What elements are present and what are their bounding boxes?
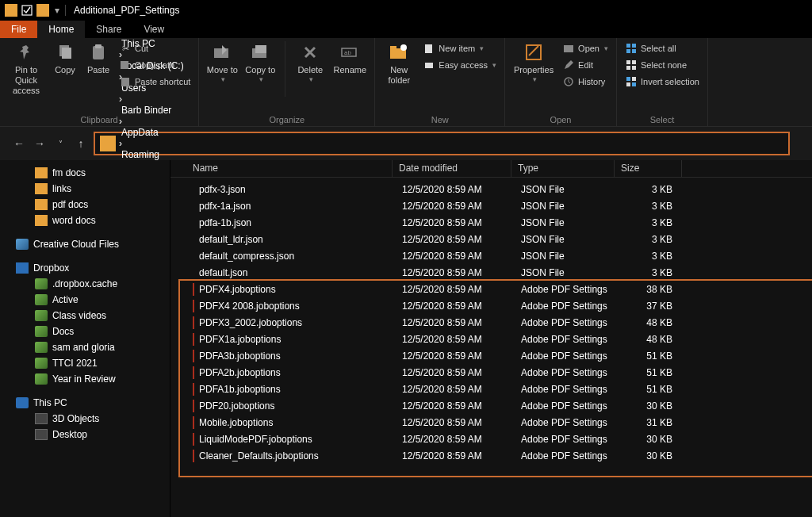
sidebar-this-pc[interactable]: This PC xyxy=(0,395,170,411)
move-to-button[interactable]: Move to▾ xyxy=(205,41,239,84)
tab-home[interactable]: Home xyxy=(37,21,85,38)
file-name: default.json xyxy=(193,267,396,278)
sidebar-item[interactable]: Active xyxy=(0,292,170,308)
file-type: JSON File xyxy=(515,251,618,262)
col-type[interactable]: Type xyxy=(511,160,615,177)
column-headers[interactable]: Name Date modified Type Size xyxy=(170,160,812,178)
select-all-button[interactable]: Select all xyxy=(623,41,701,56)
file-row[interactable]: pdfa-1b.json12/5/2020 8:59 AMJSON File3 … xyxy=(170,214,812,231)
window-title: Additional_PDF_Settings xyxy=(74,5,179,16)
quick-access-toolbar[interactable] xyxy=(21,4,33,17)
file-row[interactable]: LiquidModePDF.joboptions12/5/2020 8:59 A… xyxy=(170,431,812,447)
file-row[interactable]: pdfx-1a.json12/5/2020 8:59 AMJSON File3 … xyxy=(170,197,812,214)
group-label: Open xyxy=(511,113,610,126)
file-name: pdfa-1b.json xyxy=(193,217,396,228)
history-button[interactable]: History xyxy=(561,75,610,89)
file-name: PDFX4 2008.joboptions xyxy=(193,301,396,312)
sidebar-item[interactable]: TTCI 2021 xyxy=(0,355,170,371)
group-clipboard: Pin to Quick access Copy Paste ✂Cut Copy… xyxy=(0,38,199,126)
tab-view[interactable]: View xyxy=(132,21,175,38)
edit-button[interactable]: Edit xyxy=(561,58,610,72)
file-row[interactable]: default.json12/5/2020 8:59 AMJSON File3 … xyxy=(170,264,812,281)
sidebar-item[interactable]: Year in Review xyxy=(0,371,170,387)
file-row[interactable]: PDFX1a.joboptions12/5/2020 8:59 AMAdobe … xyxy=(170,331,812,347)
back-button[interactable]: ← xyxy=(11,134,27,153)
svg-rect-0 xyxy=(22,6,32,15)
address-bar[interactable]: This PC›Local Disk (C:)›Users›Barb Binde… xyxy=(94,132,790,155)
breadcrumb-item[interactable]: AppData xyxy=(119,127,229,138)
sidebar-item[interactable]: 3D Objects xyxy=(0,411,170,427)
file-row[interactable]: pdfx-3.json12/5/2020 8:59 AMJSON File3 K… xyxy=(170,181,812,197)
paste-button[interactable]: Paste xyxy=(84,41,113,75)
easy-access-button[interactable]: Easy access▾ xyxy=(421,58,498,72)
file-size: 3 KB xyxy=(618,267,685,278)
file-row[interactable]: default_ldr.json12/5/2020 8:59 AMJSON Fi… xyxy=(170,231,812,247)
properties-button[interactable]: Properties▾ xyxy=(511,41,556,84)
tab-share[interactable]: Share xyxy=(85,21,132,38)
sidebar-creative-cloud[interactable]: Creative Cloud Files xyxy=(0,236,170,252)
tab-file[interactable]: File xyxy=(0,21,37,38)
group-open: Properties▾ Open▾ Edit History Open xyxy=(505,38,617,126)
easy-access-icon xyxy=(423,59,435,71)
move-to-icon xyxy=(211,41,233,63)
forward-button[interactable]: → xyxy=(32,134,48,153)
sidebar-item[interactable]: sam and gloria xyxy=(0,339,170,355)
file-date: 12/5/2020 8:59 AM xyxy=(396,334,515,345)
new-folder-button[interactable]: New folder xyxy=(381,41,416,86)
svg-rect-24 xyxy=(626,60,630,64)
file-name: pdfx-1a.json xyxy=(193,201,396,212)
file-date: 12/5/2020 8:59 AM xyxy=(396,217,515,228)
sidebar[interactable]: fm docslinkspdf docsword docs Creative C… xyxy=(0,160,170,517)
copy-to-button[interactable]: Copy to▾ xyxy=(243,41,277,84)
col-size[interactable]: Size xyxy=(615,160,682,177)
qat-dropdown[interactable]: ▾ xyxy=(52,6,62,15)
file-row[interactable]: PDF20.joboptions12/5/2020 8:59 AMAdobe P… xyxy=(170,397,812,414)
sidebar-item[interactable]: .dropbox.cache xyxy=(0,276,170,292)
col-name[interactable]: Name xyxy=(170,160,393,177)
file-size: 3 KB xyxy=(618,184,685,195)
file-row[interactable]: PDFX4 2008.joboptions12/5/2020 8:59 AMAd… xyxy=(170,297,812,314)
paste-shortcut-button[interactable]: Paste shortcut xyxy=(117,75,192,89)
open-button[interactable]: Open▾ xyxy=(561,41,610,56)
col-date[interactable]: Date modified xyxy=(393,160,511,177)
breadcrumb-item[interactable]: Roaming xyxy=(119,149,229,160)
up-button[interactable]: ↑ xyxy=(73,134,89,153)
file-row[interactable]: default_compress.json12/5/2020 8:59 AMJS… xyxy=(170,247,812,264)
sidebar-item[interactable]: links xyxy=(0,181,170,197)
svg-rect-16 xyxy=(425,63,433,68)
file-date: 12/5/2020 8:59 AM xyxy=(396,367,515,378)
file-row[interactable]: PDFA1b.joboptions12/5/2020 8:59 AMAdobe … xyxy=(170,381,812,397)
file-row[interactable]: PDFA2b.joboptions12/5/2020 8:59 AMAdobe … xyxy=(170,364,812,381)
delete-button[interactable]: Delete▾ xyxy=(293,41,327,84)
sidebar-item[interactable]: Class videos xyxy=(0,308,170,324)
rename-button[interactable]: ab Rename xyxy=(331,41,368,75)
copy-button[interactable]: Copy xyxy=(51,41,79,75)
history-icon xyxy=(562,75,575,88)
sidebar-item[interactable]: Desktop xyxy=(0,427,170,442)
sidebar-dropbox[interactable]: Dropbox xyxy=(0,260,170,276)
folder-icon xyxy=(35,278,48,289)
select-none-button[interactable]: Select none xyxy=(623,58,701,72)
recent-dropdown[interactable]: ˅ xyxy=(52,134,68,153)
file-list: Name Date modified Type Size pdfx-3.json… xyxy=(170,160,812,517)
file-row[interactable]: Cleaner_Defaults.joboptions12/5/2020 8:5… xyxy=(170,447,812,464)
file-row[interactable]: PDFX4.joboptions12/5/2020 8:59 AMAdobe P… xyxy=(170,281,812,297)
file-row[interactable]: PDFA3b.joboptions12/5/2020 8:59 AMAdobe … xyxy=(170,347,812,364)
file-row[interactable]: Mobile.joboptions12/5/2020 8:59 AMAdobe … xyxy=(170,414,812,431)
file-date: 12/5/2020 8:59 AM xyxy=(396,251,515,262)
sidebar-item[interactable]: pdf docs xyxy=(0,197,170,213)
pin-quick-access-button[interactable]: Pin to Quick access xyxy=(6,41,46,97)
copy-path-button[interactable]: Copy path xyxy=(117,58,192,72)
invert-selection-button[interactable]: Invert selection xyxy=(623,75,701,89)
file-size: 51 KB xyxy=(618,384,685,395)
new-item-button[interactable]: New item▾ xyxy=(421,41,498,56)
device-icon xyxy=(35,413,48,424)
file-name: PDFX4.joboptions xyxy=(193,284,396,295)
cut-button[interactable]: ✂Cut xyxy=(117,41,192,56)
sidebar-item[interactable]: word docs xyxy=(0,213,170,228)
sidebar-item[interactable]: fm docs xyxy=(0,165,170,181)
file-row[interactable]: PDFX3_2002.joboptions12/5/2020 8:59 AMAd… xyxy=(170,314,812,331)
file-type: Adobe PDF Settings xyxy=(515,350,618,362)
invert-icon xyxy=(625,75,638,88)
sidebar-item[interactable]: Docs xyxy=(0,324,170,339)
